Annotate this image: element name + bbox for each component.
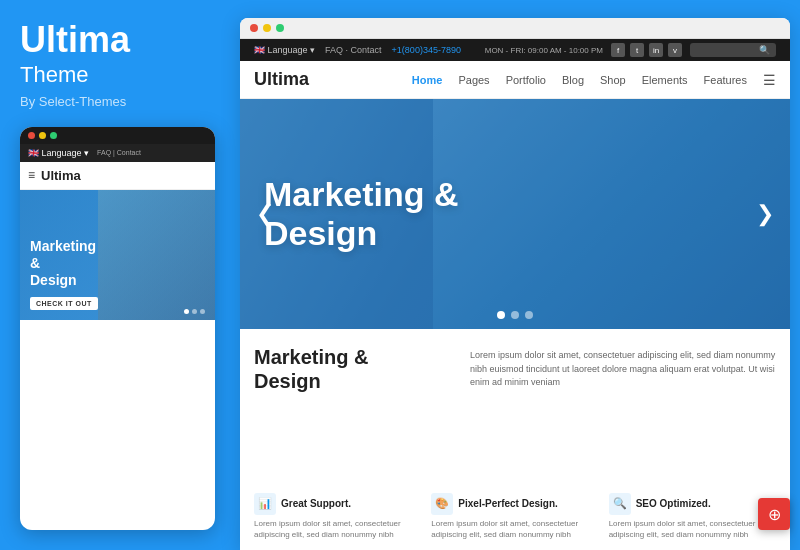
search-box[interactable]: 🔍 xyxy=(690,43,776,57)
feature-design-header: 🎨 Pixel-Perfect Design. xyxy=(431,493,598,515)
browser-dot-yellow xyxy=(263,24,271,32)
twitter-icon[interactable]: t xyxy=(630,43,644,57)
mobile-hero-dots xyxy=(184,309,205,314)
site-title: Ultima xyxy=(20,19,130,60)
site-byline: By Select-Themes xyxy=(20,94,220,109)
left-panel: Ultima Theme By Select-Themes 🇬🇧 Languag… xyxy=(0,0,240,550)
hero-slide-dot-1[interactable] xyxy=(497,311,505,319)
mobile-browser-bar xyxy=(20,127,215,144)
feature-seo-icon: 🔍 xyxy=(609,493,631,515)
hero-dot-3 xyxy=(200,309,205,314)
desktop-site: 🇬🇧 Language ▾ FAQ · Contact +1(800)345-7… xyxy=(240,39,790,550)
feature-design-text: Lorem ipsum dolor sit amet, consectetuer… xyxy=(431,518,598,540)
mobile-topbar: 🇬🇧 Language ▾ FAQ | Contact xyxy=(20,144,215,162)
desktop-brand: Ultima xyxy=(254,69,309,90)
mobile-nav: ≡ Ultima xyxy=(20,162,215,190)
dot-red xyxy=(28,132,35,139)
feature-seo-text: Lorem ipsum dolor sit amet, consectetuer… xyxy=(609,518,776,540)
mobile-flag-language: 🇬🇧 Language ▾ xyxy=(28,148,89,158)
mobile-hero-bg xyxy=(98,190,215,320)
facebook-icon[interactable]: f xyxy=(611,43,625,57)
desktop-nav: Ultima Home Pages Portfolio Blog Shop El… xyxy=(240,61,790,99)
content-title: Marketing & Design xyxy=(254,345,454,393)
feature-design-title: Pixel-Perfect Design. xyxy=(458,498,557,509)
nav-link-portfolio[interactable]: Portfolio xyxy=(506,74,546,86)
feature-seo: 🔍 SEO Optimized. Lorem ipsum dolor sit a… xyxy=(609,493,776,540)
hero-dot-2 xyxy=(192,309,197,314)
feature-design-icon: 🎨 xyxy=(431,493,453,515)
content-body: Lorem ipsum dolor sit amet, consectetuer… xyxy=(470,345,776,483)
feature-support: 📊 Great Support. Lorem ipsum dolor sit a… xyxy=(254,493,421,540)
hamburger-icon[interactable]: ≡ xyxy=(28,168,35,182)
nav-link-elements[interactable]: Elements xyxy=(642,74,688,86)
content-left: Marketing & Design xyxy=(254,345,454,483)
mobile-mockup: 🇬🇧 Language ▾ FAQ | Contact ≡ Ultima Mar… xyxy=(20,127,215,530)
right-panel: 🇬🇧 Language ▾ FAQ · Contact +1(800)345-7… xyxy=(240,18,790,550)
topbar-phone: +1(800)345-7890 xyxy=(392,45,461,55)
hero-slide-dot-3[interactable] xyxy=(525,311,533,319)
hero-prev-button[interactable]: ❮ xyxy=(248,197,282,231)
browser-dot-green xyxy=(276,24,284,32)
social-icons: f t in v xyxy=(611,43,682,57)
action-icon: ⊕ xyxy=(768,505,781,524)
hero-dot-1 xyxy=(184,309,189,314)
dot-green xyxy=(50,132,57,139)
features-row: 📊 Great Support. Lorem ipsum dolor sit a… xyxy=(240,493,790,550)
dot-yellow xyxy=(39,132,46,139)
feature-support-text: Lorem ipsum dolor sit amet, consectetuer… xyxy=(254,518,421,540)
feature-seo-title: SEO Optimized. xyxy=(636,498,711,509)
feature-support-icon: 📊 xyxy=(254,493,276,515)
topbar-right: MON - FRI: 09:00 AM - 10:00 PM f t in v … xyxy=(485,43,776,57)
mobile-topbar-links: FAQ | Contact xyxy=(97,149,141,156)
hero-dots xyxy=(497,311,533,319)
desktop-hero: Marketing & Design ❮ ❯ xyxy=(240,99,790,329)
nav-link-shop[interactable]: Shop xyxy=(600,74,626,86)
topbar-left: 🇬🇧 Language ▾ FAQ · Contact +1(800)345-7… xyxy=(254,45,461,55)
mobile-hero-cta[interactable]: CHECK IT OUT xyxy=(30,297,98,310)
topbar-hours: MON - FRI: 09:00 AM - 10:00 PM xyxy=(485,46,603,55)
nav-link-features[interactable]: Features xyxy=(704,74,747,86)
action-button[interactable]: ⊕ xyxy=(758,498,790,530)
nav-link-pages[interactable]: Pages xyxy=(458,74,489,86)
linkedin-icon[interactable]: in xyxy=(649,43,663,57)
feature-support-title: Great Support. xyxy=(281,498,351,509)
mobile-brand: Ultima xyxy=(41,168,81,183)
nav-link-blog[interactable]: Blog xyxy=(562,74,584,86)
mobile-hero: Marketing&Design CHECK IT OUT xyxy=(20,190,215,320)
browser-chrome xyxy=(240,18,790,39)
hero-next-button[interactable]: ❯ xyxy=(748,197,782,231)
vimeo-icon[interactable]: v xyxy=(668,43,682,57)
hero-slide-dot-2[interactable] xyxy=(511,311,519,319)
feature-design: 🎨 Pixel-Perfect Design. Lorem ipsum dolo… xyxy=(431,493,598,540)
desktop-content: Marketing & Design Lorem ipsum dolor sit… xyxy=(240,329,790,493)
feature-support-header: 📊 Great Support. xyxy=(254,493,421,515)
desktop-hamburger-icon[interactable]: ☰ xyxy=(763,72,776,88)
browser-dot-red xyxy=(250,24,258,32)
topbar-flag-language: 🇬🇧 Language ▾ xyxy=(254,45,315,55)
search-input[interactable] xyxy=(696,46,756,55)
nav-link-home[interactable]: Home xyxy=(412,74,443,86)
topbar-links: FAQ · Contact xyxy=(325,45,382,55)
hero-title: Marketing & Design xyxy=(264,175,459,253)
site-subtitle: Theme xyxy=(20,62,220,88)
search-icon[interactable]: 🔍 xyxy=(759,45,770,55)
feature-seo-header: 🔍 SEO Optimized. xyxy=(609,493,776,515)
desktop-nav-links: Home Pages Portfolio Blog Shop Elements … xyxy=(412,72,776,88)
desktop-topbar: 🇬🇧 Language ▾ FAQ · Contact +1(800)345-7… xyxy=(240,39,790,61)
